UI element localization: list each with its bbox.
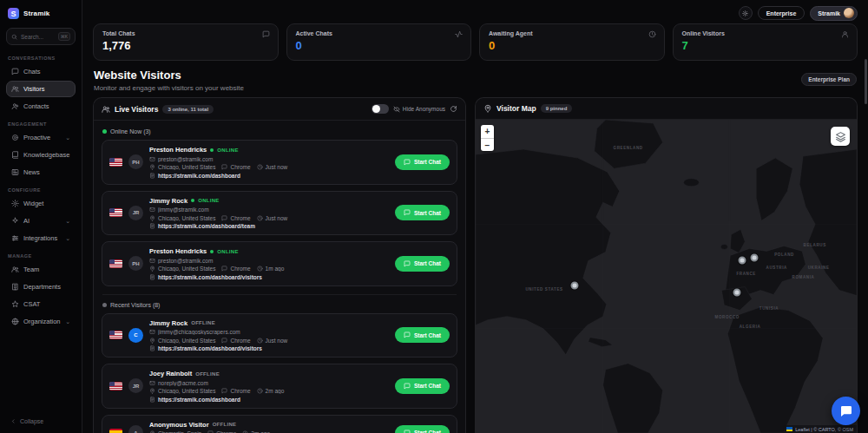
- visitor-card: JR Joey Rainbolt OFFLINE noreply@acme.co…: [102, 364, 457, 409]
- clock-icon: [257, 266, 263, 272]
- chevron-down-icon: ⌄: [65, 220, 70, 223]
- zoom-out-button[interactable]: −: [481, 138, 494, 151]
- app-root: S Stramik Search... ⌘K CONVERSATIONS Cha…: [0, 0, 868, 433]
- collapse-sidebar-button[interactable]: Collapse: [6, 415, 76, 428]
- start-chat-button[interactable]: Start Chat: [395, 205, 450, 220]
- visitor-browser: Chrome: [230, 215, 250, 221]
- stat-label: Active Chats: [296, 30, 463, 36]
- recent-visitors-section-label: Recent Visitors (8): [102, 294, 457, 308]
- book-icon: [11, 151, 19, 159]
- chevron-down-icon: ⌄: [65, 320, 70, 324]
- country-flag-icon: [109, 382, 122, 390]
- visitor-meta-row: Chicago, United States Chrome Just now: [149, 164, 389, 170]
- visitor-last-seen: 2m ago: [266, 388, 285, 394]
- stat-card: Total Chats 1,776: [93, 23, 279, 61]
- sidebar-item[interactable]: Visitors: [6, 81, 76, 97]
- location-pin-icon: [149, 266, 155, 272]
- sidebar-item-label: News: [23, 168, 40, 176]
- sidebar-item[interactable]: Proactive ⌄: [6, 129, 76, 146]
- nav-section-title: ENGAGEMENT: [8, 121, 74, 127]
- enterprise-button[interactable]: Enterprise: [758, 6, 806, 20]
- start-chat-button[interactable]: Start Chat: [395, 154, 450, 170]
- map-country-label: AUSTRIA: [766, 265, 787, 269]
- scrollbar-thumb[interactable]: [865, 59, 867, 104]
- start-chat-button[interactable]: Start Chat: [395, 327, 450, 343]
- visitor-url-row: https://stramik.com/dashboard/team: [149, 223, 389, 229]
- users-icon: [11, 85, 19, 93]
- sidebar-item[interactable]: Widget: [6, 195, 76, 212]
- visitor-map-panel: Visitor Map 9 pinned: [475, 97, 858, 433]
- chat-icon: [404, 430, 411, 433]
- visitor-email-row: jimmy@stramik.com: [149, 207, 389, 213]
- theme-toggle-button[interactable]: [739, 6, 753, 20]
- users-icon: [11, 266, 19, 273]
- chat-bubble-icon: [839, 404, 853, 418]
- visitor-map-marker[interactable]: [733, 288, 741, 296]
- hide-anonymous-toggle[interactable]: [372, 104, 389, 114]
- map-country-label: BELARUS: [804, 243, 826, 247]
- map-country-label: POLAND: [774, 253, 794, 257]
- chat-icon: [11, 68, 19, 75]
- map-country-label: ROMANIA: [792, 274, 815, 279]
- sidebar-item-label: AI: [23, 217, 30, 225]
- user-avatar: [844, 8, 854, 18]
- visitor-meta-row: Chicago, United States Chrome 2m ago: [149, 388, 389, 394]
- start-chat-button[interactable]: Start Chat: [395, 256, 450, 272]
- sidebar-item[interactable]: CSAT: [6, 296, 76, 312]
- sidebar-item[interactable]: Knowledgebase: [6, 147, 76, 163]
- sidebar-item-label: Knowledgebase: [23, 151, 69, 159]
- online-dot: [210, 250, 214, 253]
- start-chat-button[interactable]: Start Chat: [395, 378, 450, 394]
- visitor-name: Joey Rainbolt: [149, 370, 192, 377]
- sidebar-item[interactable]: Organization ⌄: [6, 313, 76, 330]
- map-country-label: UKRAINE: [808, 265, 830, 269]
- location-pin-icon: [149, 338, 155, 344]
- world-map[interactable]: GREENLANDUNITED STATESFRANCEPOLANDBELARU…: [476, 120, 857, 433]
- visitor-url: https://stramik.com/dashboard/visitors: [158, 345, 262, 351]
- stat-label: Awaiting Agent: [489, 30, 655, 36]
- clock-icon: [257, 164, 263, 170]
- visitor-map-marker[interactable]: [751, 253, 759, 261]
- visitor-meta-row: Chicago, United States Chrome 1m ago: [149, 266, 389, 272]
- visitor-last-seen: Just now: [266, 215, 288, 221]
- mail-icon: [149, 207, 155, 213]
- visitor-map-marker[interactable]: [739, 256, 746, 264]
- visitor-url-row: https://stramik.com/dashboard: [149, 397, 389, 403]
- sidebar-item[interactable]: Chats: [6, 63, 76, 80]
- visitor-browser: Chrome: [230, 388, 250, 394]
- chat-widget-fab[interactable]: [832, 397, 860, 425]
- sidebar-item-label: Widget: [23, 200, 43, 207]
- country-flag-icon: [109, 259, 122, 268]
- visitor-status: ONLINE: [217, 249, 238, 254]
- star-icon: [11, 300, 19, 308]
- sidebar-item-label: Organization: [23, 318, 61, 325]
- visitor-url: https://stramik.com/dashboard/team: [158, 223, 255, 229]
- sidebar-item[interactable]: AI ⌄: [6, 213, 76, 229]
- account-menu-button[interactable]: Stramik: [810, 6, 858, 21]
- visitor-location: Chicago, United States: [158, 266, 215, 272]
- refresh-button[interactable]: [450, 105, 457, 113]
- chevron-left-icon: [10, 418, 16, 424]
- brand-name: Stramik: [23, 10, 49, 17]
- stramik-logo-icon: S: [8, 8, 19, 19]
- page-subtitle: Monitor and engage with visitors on your…: [94, 84, 244, 92]
- visitor-email: noreply@acme.com: [158, 380, 208, 386]
- chat-icon: [404, 260, 411, 267]
- start-chat-button[interactable]: Start Chat: [395, 425, 450, 433]
- sidebar-item[interactable]: News: [6, 164, 76, 180]
- visitor-map-marker[interactable]: [571, 282, 579, 290]
- visitor-email-row: noreply@acme.com: [149, 380, 389, 386]
- visitor-url: https://stramik.com/dashboard: [158, 173, 240, 179]
- zoom-in-button[interactable]: +: [481, 125, 494, 138]
- chat-icon: [404, 159, 411, 166]
- sidebar-item[interactable]: Departments: [6, 279, 76, 295]
- sidebar-item[interactable]: Integrations ⌄: [6, 230, 76, 246]
- sidebar-item[interactable]: Contacts: [6, 98, 76, 115]
- hide-anonymous-label: Hide Anonymous: [393, 106, 445, 113]
- search-input[interactable]: Search... ⌘K: [6, 28, 76, 45]
- sidebar-item[interactable]: Team: [6, 261, 76, 278]
- visitor-name: Preston Hendricks: [149, 146, 207, 154]
- map-layers-button[interactable]: [831, 127, 850, 146]
- visitor-email-row: jimmy@chicagoskyscrapers.com: [149, 329, 389, 335]
- visitor-status: OFFLINE: [213, 422, 237, 427]
